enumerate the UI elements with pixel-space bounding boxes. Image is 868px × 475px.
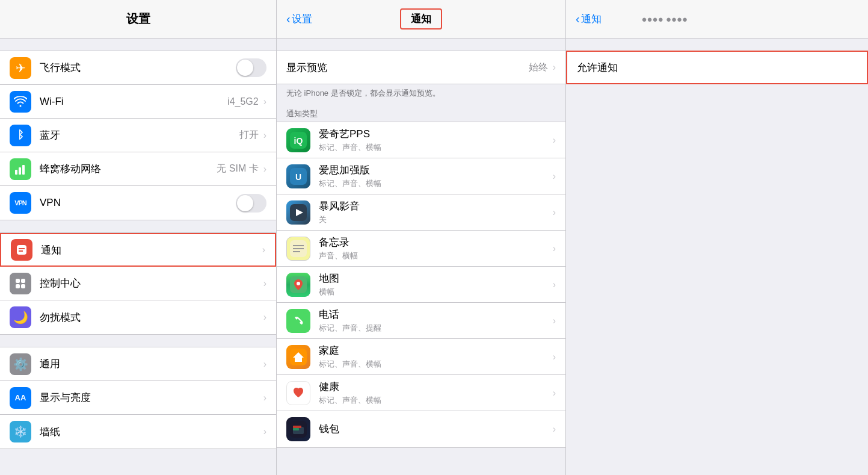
preview-row[interactable]: 显示预览 始终 › bbox=[277, 51, 565, 84]
svg-rect-0 bbox=[15, 170, 17, 175]
memo-name: 备忘录 bbox=[319, 235, 553, 249]
display-icon: AA bbox=[10, 387, 31, 409]
dnd-icon: 🌙 bbox=[10, 306, 31, 328]
settings-row-dnd[interactable]: 🌙 勿扰模式 › bbox=[0, 300, 276, 334]
wallpaper-chevron: › bbox=[263, 426, 266, 437]
app-row-wallet[interactable]: 钱包 › bbox=[277, 411, 565, 447]
bluetooth-value: 打开 bbox=[239, 129, 259, 141]
app-row-iqiyi[interactable]: iQ 爱奇艺PPS 标记、声音、横幅 › bbox=[277, 122, 565, 158]
back-chevron-icon: ‹ bbox=[286, 12, 291, 26]
home-info: 家庭 标记、声音、横幅 bbox=[319, 344, 553, 370]
svg-rect-4 bbox=[19, 248, 25, 249]
display-label: 显示与亮度 bbox=[40, 391, 263, 405]
aisixiang-sub: 标记、声音、横幅 bbox=[319, 178, 553, 189]
svg-rect-5 bbox=[19, 250, 23, 252]
right-scroll: 允许通知 bbox=[566, 39, 868, 475]
aisixiang-info: 爱思加强版 标记、声音、横幅 bbox=[319, 163, 553, 189]
svg-rect-18 bbox=[293, 248, 304, 249]
settings-row-wifi[interactable]: Wi-Fi i4_5G2 › bbox=[0, 85, 276, 119]
home-sub: 标记、声音、横幅 bbox=[319, 359, 553, 370]
baofeng-icon bbox=[286, 200, 310, 225]
general-chevron: › bbox=[263, 359, 266, 370]
phone-chevron: › bbox=[553, 315, 556, 326]
settings-row-cellular[interactable]: 蜂窝移动网络 无 SIM 卡 › bbox=[0, 152, 276, 186]
svg-text:iQ: iQ bbox=[294, 136, 303, 146]
svg-text:U: U bbox=[295, 172, 301, 182]
memo-icon bbox=[286, 237, 310, 261]
wallet-chevron: › bbox=[553, 424, 556, 435]
app-row-aisixiang[interactable]: U 爱思加强版 标记、声音、横幅 › bbox=[277, 158, 565, 194]
display-chevron: › bbox=[263, 393, 266, 403]
app-row-baofeng[interactable]: 暴风影音 关 › bbox=[277, 194, 565, 231]
notification-icon bbox=[11, 239, 32, 261]
middle-panel: ‹ 设置 通知 显示预览 始终 › 无论 iPhone 是否锁定，都会显示通知预… bbox=[277, 0, 566, 475]
svg-rect-9 bbox=[21, 284, 25, 288]
svg-rect-6 bbox=[16, 279, 20, 283]
preview-label: 显示预览 bbox=[286, 61, 529, 75]
app-row-phone[interactable]: 电话 标记、声音、提醒 › bbox=[277, 303, 565, 339]
iqiyi-name: 爱奇艺PPS bbox=[319, 127, 553, 141]
left-panel-title: 设置 bbox=[126, 11, 150, 27]
svg-rect-19 bbox=[293, 251, 300, 252]
middle-nav-bar: ‹ 设置 通知 bbox=[277, 0, 565, 39]
baofeng-chevron: › bbox=[553, 207, 556, 218]
settings-row-display[interactable]: AA 显示与亮度 › bbox=[0, 381, 276, 415]
phone-icon bbox=[286, 309, 310, 333]
health-icon bbox=[286, 381, 310, 405]
vpn-toggle[interactable] bbox=[236, 194, 266, 213]
cellular-icon bbox=[10, 158, 31, 180]
iqiyi-info: 爱奇艺PPS 标记、声音、横幅 bbox=[319, 127, 553, 153]
maps-info: 地图 横幅 bbox=[319, 272, 553, 297]
memo-chevron: › bbox=[553, 243, 556, 254]
settings-row-airplane[interactable]: ✈ 飞行模式 bbox=[0, 51, 276, 85]
settings-row-control[interactable]: 控制中心 › bbox=[0, 267, 276, 300]
home-chevron: › bbox=[553, 352, 556, 362]
wallet-info: 钱包 bbox=[319, 422, 553, 437]
right-back-button[interactable]: ‹ 通知 bbox=[576, 12, 602, 26]
maps-chevron: › bbox=[553, 279, 556, 290]
dnd-chevron: › bbox=[263, 312, 266, 323]
svg-point-21 bbox=[297, 282, 300, 285]
settings-row-vpn[interactable]: VPN VPN bbox=[0, 186, 276, 220]
baofeng-name: 暴风影音 bbox=[319, 199, 553, 213]
aisixiang-chevron: › bbox=[553, 171, 556, 182]
bluetooth-chevron: › bbox=[263, 130, 266, 141]
iqiyi-chevron: › bbox=[553, 135, 556, 146]
svg-rect-29 bbox=[293, 428, 299, 430]
app-row-home[interactable]: 家庭 标记、声音、横幅 › bbox=[277, 339, 565, 375]
preview-chevron-icon: › bbox=[553, 62, 556, 73]
settings-row-bluetooth[interactable]: ᛒ 蓝牙 打开 › bbox=[0, 119, 276, 152]
preview-value: 始终 bbox=[529, 61, 548, 74]
phone-info: 电话 标记、声音、提醒 bbox=[319, 308, 553, 334]
svg-rect-22 bbox=[290, 312, 307, 329]
control-label: 控制中心 bbox=[40, 276, 263, 290]
airplane-toggle[interactable] bbox=[236, 58, 266, 77]
wallpaper-label: 墙纸 bbox=[40, 425, 263, 439]
settings-row-notification[interactable]: 通知 › bbox=[0, 233, 276, 267]
wifi-chevron: › bbox=[263, 96, 266, 107]
app-row-memo[interactable]: 备忘录 声音、横幅 › bbox=[277, 231, 565, 267]
maps-icon bbox=[286, 273, 310, 297]
app-row-health[interactable]: 健康 标记、声音、横幅 › bbox=[277, 375, 565, 411]
middle-back-label: 设置 bbox=[292, 12, 312, 26]
left-panel: 设置 ✈ 飞行模式 Wi-Fi bbox=[0, 0, 277, 475]
iqiyi-icon: iQ bbox=[286, 128, 310, 152]
right-nav-bar: ‹ 通知 ●●●● ●●●● bbox=[566, 0, 868, 39]
svg-rect-17 bbox=[293, 245, 304, 246]
allow-notification-row[interactable]: 允许通知 bbox=[566, 51, 868, 84]
wallet-name: 钱包 bbox=[319, 422, 553, 436]
middle-title-box: 通知 bbox=[400, 8, 442, 29]
notification-chevron: › bbox=[262, 244, 265, 255]
phone-name: 电话 bbox=[319, 308, 553, 321]
right-nav-title: ●●●● ●●●● bbox=[642, 14, 793, 24]
wallpaper-icon: ❄️ bbox=[10, 421, 31, 442]
app-row-maps[interactable]: 地图 横幅 › bbox=[277, 267, 565, 303]
cellular-label: 蜂窝移动网络 bbox=[40, 162, 217, 176]
settings-row-general[interactable]: ⚙️ 通用 › bbox=[0, 347, 276, 381]
settings-group-2: 通知 › 控制中心 › 🌙 勿扰模式 bbox=[0, 232, 276, 335]
middle-back-button[interactable]: ‹ 设置 bbox=[286, 12, 312, 26]
aisixiang-name: 爱思加强版 bbox=[319, 163, 553, 177]
settings-row-wallpaper[interactable]: ❄️ 墙纸 › bbox=[0, 415, 276, 449]
health-info: 健康 标记、声音、横幅 bbox=[319, 380, 553, 406]
bluetooth-label: 蓝牙 bbox=[40, 128, 239, 142]
